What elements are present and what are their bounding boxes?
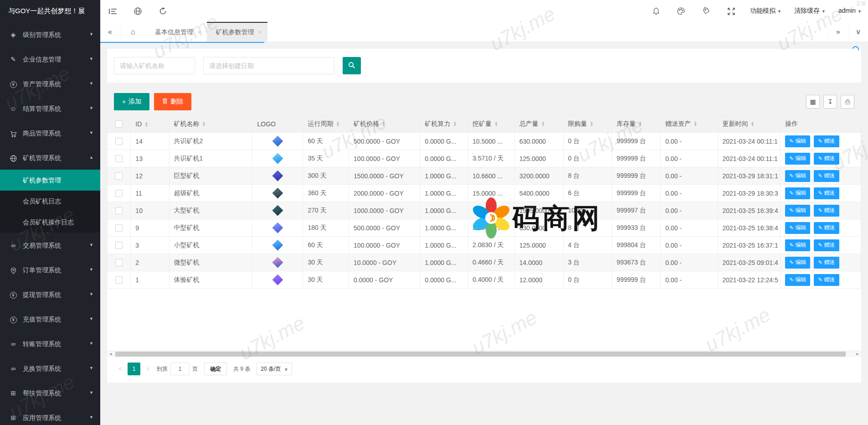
column-header-power[interactable]: 矿机算力▲▼ [420, 115, 468, 133]
sort-icon[interactable]: ▲▼ [541, 121, 545, 127]
row-checkbox[interactable] [115, 172, 123, 180]
sidebar-subitem-member-miner-oplog[interactable]: 会员矿机操作日志 [0, 212, 100, 233]
sidebar-subitem-miner-params[interactable]: 矿机参数管理 [0, 170, 100, 191]
bell-icon[interactable] [643, 7, 668, 15]
edit-button[interactable]: ✎编辑 [785, 222, 810, 234]
topbar-menu-clear-cache[interactable]: 清除缓存▼ [788, 7, 832, 15]
gift-button[interactable]: ✎赠送 [814, 205, 839, 217]
sort-icon[interactable]: ▲▼ [382, 121, 385, 127]
column-header-id[interactable]: ID▲▼ [131, 115, 169, 133]
sidebar-item-app[interactable]: ⊞应用管理系统▼ [0, 405, 100, 425]
column-header-limit[interactable]: 限购量▲▼ [563, 115, 612, 133]
search-button[interactable] [343, 57, 361, 74]
column-header-price[interactable]: 矿机价格▲▼ [349, 115, 420, 133]
sort-icon[interactable]: ▲▼ [494, 121, 498, 127]
gift-button[interactable]: ✎赠送 [814, 153, 839, 165]
row-checkbox[interactable] [115, 242, 123, 249]
column-header-name[interactable]: 矿机名称▲▼ [169, 115, 252, 133]
refresh-icon[interactable] [150, 7, 175, 15]
gift-button[interactable]: ✎赠送 [814, 187, 839, 199]
sidebar-item-help[interactable]: ⊞帮扶管理系统▼ [0, 380, 100, 405]
topbar-menu-feature-sim[interactable]: 功能模拟▼ [744, 7, 788, 15]
tabs-menu-button[interactable]: ∨ [848, 22, 868, 41]
sort-icon[interactable]: ▲▼ [693, 121, 697, 127]
export-icon[interactable]: ↧ [823, 95, 837, 109]
tabs-scroll-right-button[interactable]: » [828, 22, 848, 41]
goto-confirm-button[interactable]: 确定 [204, 363, 227, 375]
goto-page-input[interactable] [170, 363, 190, 375]
row-checkbox[interactable] [115, 138, 123, 145]
sidebar-item-settlement[interactable]: ☺结算管理系统▼ [0, 96, 100, 120]
delete-button[interactable]: 删除 [154, 93, 191, 110]
gift-button[interactable]: ✎赠送 [814, 222, 839, 234]
sort-icon[interactable]: ▲▼ [144, 122, 148, 127]
page-size-select[interactable]: 20 条/页∨ [257, 363, 292, 375]
sort-icon[interactable]: ▲▼ [336, 121, 339, 127]
tab-close-icon[interactable]: × [259, 29, 262, 36]
tabs-scroll-left-button[interactable]: « [100, 22, 120, 41]
column-header-mine[interactable]: 挖矿量▲▼ [467, 115, 514, 133]
column-header-stock[interactable]: 库存量▲▼ [612, 115, 661, 133]
edit-button[interactable]: ✎编辑 [785, 187, 810, 199]
column-header-total[interactable]: 总产量▲▼ [514, 115, 563, 133]
sidebar-item-transfer[interactable]: ∞转账管理系统▼ [0, 331, 100, 356]
sidebar-item-asset[interactable]: ¥资产管理系统▼ [0, 71, 100, 96]
sidebar-item-miner[interactable]: 矿机管理系统▲ [0, 145, 100, 170]
tab-basic-info[interactable]: 基本信息管理× [146, 22, 207, 41]
select-all-checkbox[interactable] [115, 120, 123, 128]
row-checkbox[interactable] [115, 276, 123, 284]
gift-button[interactable]: ✎赠送 [814, 135, 839, 147]
sort-icon[interactable]: ▲▼ [202, 121, 206, 127]
tab-close-icon[interactable]: × [198, 29, 201, 36]
edit-button[interactable]: ✎编辑 [785, 153, 810, 165]
column-header-gift[interactable]: 赠送资产▲▼ [661, 115, 718, 133]
row-checkbox[interactable] [115, 224, 123, 232]
globe-icon[interactable] [125, 7, 150, 15]
sidebar-subitem-member-miner-log[interactable]: 会员矿机日志 [0, 191, 100, 212]
menu-spread-icon[interactable] [100, 7, 125, 15]
page-number-current[interactable]: 1 [128, 363, 140, 375]
sort-icon[interactable]: ▲▼ [590, 121, 594, 127]
sidebar-item-recharge[interactable]: ¥充值管理系统▼ [0, 306, 100, 331]
home-tab[interactable]: ⌂ [120, 22, 146, 41]
create-date-input[interactable] [203, 57, 334, 74]
scrollbar-thumb[interactable] [115, 352, 846, 357]
column-header-updated[interactable]: 更新时间▲▼ [718, 115, 781, 133]
topbar-menu-admin[interactable]: admin▼ [832, 7, 868, 15]
gift-button[interactable]: ✎赠送 [814, 239, 839, 251]
sidebar-item-withdraw[interactable]: ¥提现管理系统▼ [0, 282, 100, 306]
sidebar-item-trade[interactable]: ∞交易管理系统▼ [0, 233, 100, 257]
print-icon[interactable]: ⎙ [841, 95, 854, 109]
sidebar-item-enterprise[interactable]: ✎企业信息管理▼ [0, 47, 100, 71]
tab-miner-params[interactable]: 矿机参数管理× [207, 22, 268, 41]
row-checkbox[interactable] [115, 207, 123, 214]
edit-button[interactable]: ✎编辑 [785, 135, 810, 147]
horizontal-scrollbar[interactable]: ◄ ► [107, 351, 861, 357]
add-button[interactable]: +添加 [114, 93, 149, 110]
edit-button[interactable]: ✎编辑 [785, 257, 810, 269]
edit-button[interactable]: ✎编辑 [785, 170, 810, 182]
row-checkbox[interactable] [115, 259, 123, 266]
sort-icon[interactable]: ▲▼ [453, 121, 457, 127]
gift-button[interactable]: ✎赠送 [814, 170, 839, 182]
miner-name-input[interactable] [114, 57, 195, 74]
sidebar-item-level[interactable]: ◈级别管理系统▼ [0, 22, 100, 47]
row-checkbox[interactable] [115, 155, 123, 162]
fullscreen-icon[interactable] [719, 7, 744, 15]
column-header-cycle[interactable]: 运行周期▲▼ [303, 115, 349, 133]
row-checkbox[interactable] [115, 190, 123, 197]
sort-icon[interactable]: ▲▼ [751, 121, 755, 127]
sidebar-item-order[interactable]: 订单管理系统▼ [0, 257, 100, 282]
edit-button[interactable]: ✎编辑 [785, 274, 810, 286]
scroll-right-arrow-icon[interactable]: ► [854, 351, 861, 357]
edit-button[interactable]: ✎编辑 [785, 205, 810, 217]
sidebar-item-exchange[interactable]: ∞兑换管理系统▼ [0, 356, 100, 380]
palette-icon[interactable] [668, 7, 693, 15]
tag-icon[interactable] [693, 7, 719, 15]
columns-icon[interactable]: ▦ [806, 95, 820, 109]
gift-button[interactable]: ✎赠送 [814, 257, 839, 269]
scroll-left-arrow-icon[interactable]: ◄ [107, 351, 114, 357]
gift-button[interactable]: ✎赠送 [814, 274, 839, 286]
edit-button[interactable]: ✎编辑 [785, 239, 810, 251]
prev-page-button[interactable]: < [114, 363, 127, 375]
